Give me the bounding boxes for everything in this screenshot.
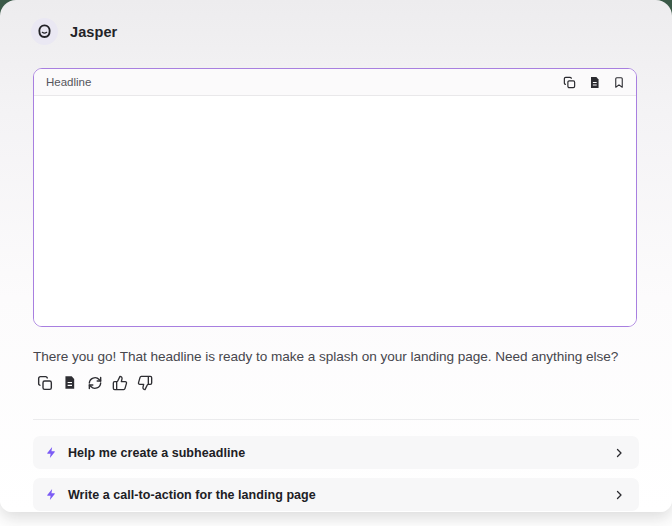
assistant-message: There you go! That headline is ready to … bbox=[33, 349, 653, 364]
thumbs-up-button[interactable] bbox=[111, 374, 128, 391]
copy-button[interactable] bbox=[36, 374, 53, 391]
suggestion-create-subheadline[interactable]: Help me create a subheadline bbox=[33, 436, 639, 469]
output-box-toolbar: Headline bbox=[34, 69, 636, 96]
lightning-icon bbox=[45, 488, 58, 501]
lightning-icon bbox=[45, 446, 58, 459]
thumbs-down-button[interactable] bbox=[136, 374, 153, 391]
suggestion-write-cta[interactable]: Write a call-to-action for the landing p… bbox=[33, 478, 639, 511]
regenerate-button[interactable] bbox=[86, 374, 103, 391]
document-icon bbox=[62, 375, 77, 390]
headline-output-box: Headline bbox=[33, 68, 637, 327]
suggestion-label: Write a call-to-action for the landing p… bbox=[68, 488, 316, 502]
suggestion-label: Help me create a subheadline bbox=[68, 446, 245, 460]
message-actions bbox=[36, 374, 153, 391]
output-box-title: Headline bbox=[46, 76, 91, 88]
thumbs-down-icon bbox=[137, 375, 153, 391]
open-in-document-button[interactable] bbox=[61, 374, 78, 391]
copy-icon bbox=[37, 375, 53, 391]
copy-icon bbox=[563, 76, 576, 89]
header: Jasper bbox=[31, 18, 117, 45]
avatar bbox=[31, 18, 58, 45]
chevron-right-icon bbox=[613, 489, 625, 501]
bookmark-button[interactable] bbox=[613, 76, 625, 89]
document-icon bbox=[588, 76, 601, 89]
suggestion-list: Help me create a subheadline Write a cal… bbox=[33, 436, 639, 511]
jasper-chat-card: Jasper Headline bbox=[0, 0, 672, 512]
regenerate-icon bbox=[87, 375, 103, 391]
jasper-logo-icon bbox=[36, 23, 53, 40]
thumbs-up-icon bbox=[112, 375, 128, 391]
copy-button[interactable] bbox=[563, 76, 576, 89]
app-name: Jasper bbox=[70, 24, 117, 40]
section-divider bbox=[33, 419, 639, 420]
chevron-right-icon bbox=[613, 447, 625, 459]
output-box-content[interactable] bbox=[34, 96, 636, 326]
open-in-document-button[interactable] bbox=[588, 76, 601, 89]
bookmark-icon bbox=[613, 76, 625, 89]
